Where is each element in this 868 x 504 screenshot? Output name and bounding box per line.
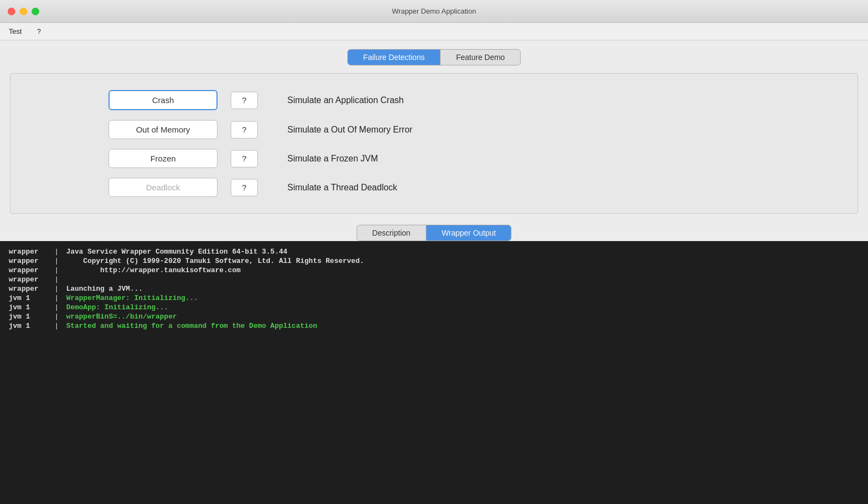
crash-button[interactable]: Crash (108, 90, 218, 110)
bottom-tab-group: Description Wrapper Output (357, 225, 512, 241)
console-text: Copyright (C) 1999-2020 Tanuki Software,… (66, 257, 364, 265)
menu-bar: Test ? (0, 23, 868, 40)
deadlock-button[interactable]: Deadlock (108, 178, 218, 197)
console-pipe: | (50, 313, 63, 321)
main-content: Failure Detections Feature Demo Crash ? … (0, 40, 868, 504)
console-line: jvm 1 | wrapperBinS=../bin/wrapper (9, 313, 859, 321)
console-line: wrapper | Copyright (C) 1999-2020 Tanuki… (9, 257, 859, 265)
oom-help-button[interactable]: ? (231, 121, 258, 139)
deadlock-help-button[interactable]: ? (231, 179, 258, 196)
console-source: jvm 1 (9, 303, 47, 311)
console-line: wrapper | Launching a JVM... (9, 285, 859, 293)
console-source: jvm 1 (9, 313, 47, 321)
console-pipe: | (50, 248, 63, 256)
button-rows: Crash ? Simulate an Application Crash Ou… (21, 90, 847, 197)
console-pipe: | (50, 322, 63, 330)
deadlock-row: Deadlock ? Simulate a Thread Deadlock (108, 178, 397, 197)
console-text: http://wrapper.tanukisoftware.com (66, 266, 240, 274)
console-line: wrapper | http://wrapper.tanukisoftware.… (9, 266, 859, 274)
console-pipe: | (50, 303, 63, 311)
panel-area: Crash ? Simulate an Application Crash Ou… (10, 73, 858, 214)
crash-help-button[interactable]: ? (231, 92, 258, 109)
window-controls[interactable] (8, 8, 39, 15)
window-title: Wrapper Demo Application (392, 7, 476, 15)
title-bar: Wrapper Demo Application (0, 0, 868, 23)
deadlock-description: Simulate a Thread Deadlock (287, 183, 397, 193)
console-line: jvm 1 | WrapperManager: Initializing... (9, 294, 859, 302)
frozen-help-button[interactable]: ? (231, 150, 258, 167)
console-source: jvm 1 (9, 294, 47, 302)
console-text: Java Service Wrapper Community Edition 6… (66, 248, 287, 256)
console-source: wrapper (9, 275, 47, 284)
tab-feature-demo[interactable]: Feature Demo (441, 50, 520, 65)
frozen-row: Frozen ? Simulate a Frozen JVM (108, 149, 378, 168)
console-text: wrapperBinS=../bin/wrapper (66, 313, 177, 321)
oom-button[interactable]: Out of Memory (108, 120, 218, 139)
oom-description: Simulate a Out Of Memory Error (287, 125, 412, 135)
console-line: jvm 1 | Started and waiting for a comman… (9, 322, 859, 330)
console-text: Launching a JVM... (66, 285, 142, 293)
tab-failure-detections[interactable]: Failure Detections (348, 50, 440, 65)
bottom-tab-bar: Description Wrapper Output (0, 223, 868, 241)
console-pipe: | (50, 275, 63, 284)
console-source: jvm 1 (9, 322, 47, 330)
frozen-description: Simulate a Frozen JVM (287, 154, 378, 164)
tab-wrapper-output[interactable]: Wrapper Output (426, 225, 511, 241)
console-source: wrapper (9, 248, 47, 256)
console-line: wrapper | Java Service Wrapper Community… (9, 248, 859, 256)
top-tab-bar: Failure Detections Feature Demo (0, 49, 868, 65)
console-area: wrapper | Java Service Wrapper Community… (0, 241, 868, 504)
console-source: wrapper (9, 257, 47, 265)
crash-description: Simulate an Application Crash (287, 95, 403, 105)
console-pipe: | (50, 294, 63, 302)
console-source: wrapper (9, 266, 47, 274)
frozen-button[interactable]: Frozen (108, 149, 218, 168)
oom-row: Out of Memory ? Simulate a Out Of Memory… (108, 120, 412, 139)
console-line: jvm 1 | DemoApp: Initializing... (9, 303, 859, 311)
top-tab-group: Failure Detections Feature Demo (347, 49, 521, 65)
maximize-button[interactable] (32, 8, 39, 15)
tab-description[interactable]: Description (357, 225, 426, 241)
close-button[interactable] (8, 8, 15, 15)
console-text: Started and waiting for a command from t… (66, 322, 317, 330)
minimize-button[interactable] (20, 8, 27, 15)
console-pipe: | (50, 285, 63, 293)
menu-test[interactable]: Test (5, 26, 25, 37)
menu-help[interactable]: ? (34, 26, 44, 37)
console-text: WrapperManager: Initializing... (66, 294, 198, 302)
console-text: DemoApp: Initializing... (66, 303, 168, 311)
console-pipe: | (50, 257, 63, 265)
console-line: wrapper | (9, 275, 859, 284)
console-pipe: | (50, 266, 63, 274)
console-source: wrapper (9, 285, 47, 293)
crash-row: Crash ? Simulate an Application Crash (108, 90, 403, 110)
